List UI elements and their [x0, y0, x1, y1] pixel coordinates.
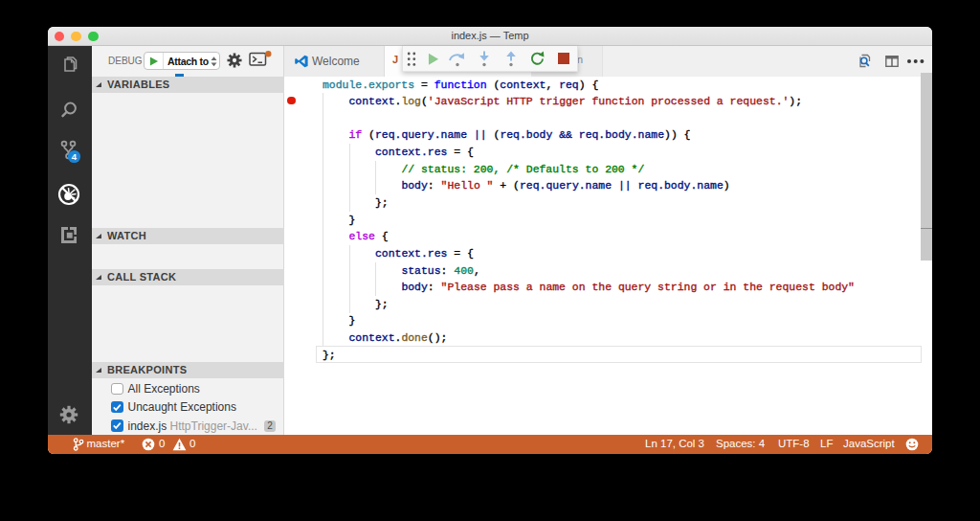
svg-text:4: 4: [71, 151, 77, 162]
